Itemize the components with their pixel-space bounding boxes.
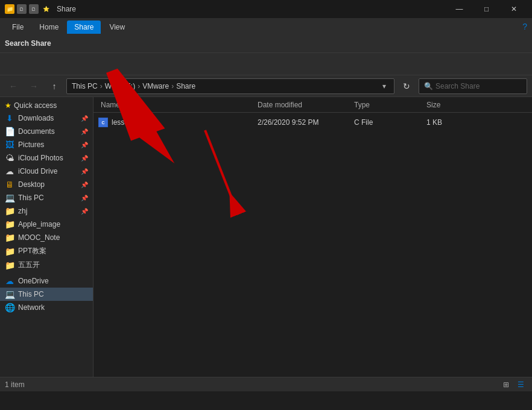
apple-image-icon: 📁 [5,219,14,229]
sidebar: ★ Quick access ⬇ Downloads 📌 📄 Documents… [0,97,93,377]
maximize-button[interactable]: □ [473,0,500,18]
breadcrumb-vmware: VMware [142,82,169,90]
star-icon-tb: ⭐ [41,4,51,14]
sidebar-item-wuwukai[interactable]: 📁 五五开 [0,258,93,272]
main-area: ★ Quick access ⬇ Downloads 📌 📄 Documents… [0,97,532,377]
window-title: Share [57,5,442,13]
sidebar-item-label: Apple_image [18,220,60,229]
sidebar-item-label: 五五开 [18,260,40,270]
sidebar-item-downloads[interactable]: ⬇ Downloads 📌 [0,112,93,125]
window-controls: — □ ✕ [446,0,527,18]
file-name-cell: C lesson5.c [98,118,255,127]
mooc-note-icon: 📁 [5,233,14,242]
tab-view[interactable]: View [102,20,132,34]
sidebar-item-label: Documents [18,127,55,136]
icloud-photos-icon: 🌤 [5,153,14,163]
tab-share[interactable]: Share [67,20,101,34]
help-icon: ? [522,22,527,31]
sidebar-item-label: Downloads [18,114,54,122]
sidebar-item-documents[interactable]: 📄 Documents 📌 [0,125,93,138]
sidebar-quick-access[interactable]: ★ Quick access [0,99,93,112]
tab-home[interactable]: Home [32,20,66,34]
address-chevron-icon[interactable]: ▾ [379,81,389,91]
sidebar-item-mooc-note[interactable]: 📁 MOOC_Note [0,231,93,244]
pin-icon: 📌 [81,181,88,188]
sidebar-item-label: Desktop [18,180,45,189]
sidebar-item-label: iCloud Photos [18,154,63,162]
svg-line-1 [205,130,238,215]
sidebar-item-icloud-drive[interactable]: ☁ iCloud Drive 📌 [0,165,93,178]
sidebar-item-zhj[interactable]: 📁 zhj 📌 [0,204,93,218]
sidebar-item-label: iCloud Drive [18,167,57,175]
sidebar-item-desktop[interactable]: 🖥 Desktop 📌 [0,178,93,191]
sidebar-item-ppt[interactable]: 📁 PPT教案 [0,244,93,258]
breadcrumb-share: Share [176,82,195,90]
quick-access-label: Quick access [14,101,57,110]
app-icon: 📁 [5,4,14,14]
search-share-label: Search Share [5,39,56,48]
search-box[interactable]: 🔍 Search Share [419,78,527,94]
pin-icon: 📌 [81,128,88,135]
ribbon-tabs: File Home Share View ? [0,18,532,34]
doc-icon2: 🗋 [29,4,39,14]
sidebar-item-apple-image[interactable]: 📁 Apple_image [0,218,93,231]
pin-icon: 📌 [81,195,88,201]
sidebar-item-label: zhj [18,207,27,215]
title-bar: 📁 🗋 🗋 ⭐ Share — □ ✕ [0,0,532,18]
file-type: C File [352,118,424,127]
ribbon-content [0,53,532,75]
breadcrumb-thispc: This PC [72,82,98,90]
red-arrow-overlay [199,121,247,218]
sidebar-item-label: This PC [18,290,44,298]
file-area: Name ▲ Date modified Type Size C lesson5… [93,97,532,377]
refresh-button[interactable]: ↻ [398,78,415,95]
status-item-count: 1 item [5,380,25,389]
sidebar-item-pictures[interactable]: 🖼 Pictures 📌 [0,138,93,151]
minimize-button[interactable]: — [446,0,473,18]
icloud-drive-icon: ☁ [5,166,14,176]
pin-icon: 📌 [81,208,88,215]
quick-access-star-icon: ★ [5,101,11,110]
network-icon: 🌐 [5,303,14,312]
sidebar-item-onedrive[interactable]: ☁ OneDrive [0,274,93,288]
file-size: 1 KB [424,118,472,127]
thispc-main-icon: 💻 [5,289,14,299]
sidebar-item-icloud-photos[interactable]: 🌤 iCloud Photos 📌 [0,151,93,165]
status-view-controls: ⊞ ☰ [499,379,527,391]
sidebar-item-network[interactable]: 🌐 Network [0,301,93,314]
sidebar-item-label: Pictures [18,140,44,149]
search-icon: 🔍 [424,82,433,90]
desktop-icon: 🖥 [5,180,14,189]
c-file-icon: C [98,118,108,127]
back-button[interactable]: ← [5,78,22,95]
view-list-button[interactable]: ☰ [514,379,527,391]
sidebar-item-thispc[interactable]: 💻 This PC 📌 [0,191,93,204]
pin-icon: 📌 [81,115,88,122]
file-header: Name ▲ Date modified Type Size [93,97,532,113]
tab-file[interactable]: File [5,20,31,34]
col-header-size[interactable]: Size [424,101,472,109]
onedrive-icon: ☁ [5,276,14,286]
col-header-date[interactable]: Date modified [255,101,352,109]
ribbon: File Home Share View ? Search Share [0,18,532,75]
up-button[interactable]: ↑ [46,78,63,95]
sidebar-item-thispc-main[interactable]: 💻 This PC [0,288,93,301]
address-bar[interactable]: This PC › Work (E:) › VMware › Share ▾ [66,78,394,94]
pin-icon: 📌 [81,142,88,148]
ppt-icon: 📁 [5,247,14,256]
sidebar-item-label: OneDrive [18,277,49,285]
file-name: lesson5.c [112,118,142,127]
sidebar-item-label: This PC [18,194,44,202]
status-bar: 1 item ⊞ ☰ [0,377,532,391]
table-row[interactable]: C lesson5.c 2/26/2020 9:52 PM C File 1 K… [93,115,532,130]
col-header-type[interactable]: Type [352,101,424,109]
view-grid-button[interactable]: ⊞ [499,379,513,391]
col-header-name[interactable]: Name ▲ [98,101,255,109]
sidebar-item-label: Network [18,303,45,312]
search-placeholder: Search Share [435,82,480,90]
close-button[interactable]: ✕ [500,0,527,18]
forward-button[interactable]: → [25,78,42,95]
file-list: C lesson5.c 2/26/2020 9:52 PM C File 1 K… [93,113,532,132]
thispc-icon: 💻 [5,193,14,203]
search-share-bar: Search Share [0,34,532,53]
